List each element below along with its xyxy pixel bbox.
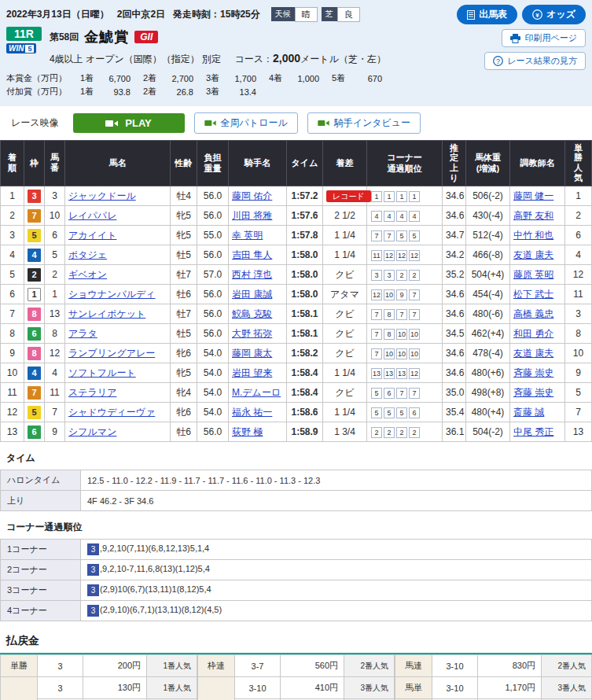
carried-weight-cell: 54.0: [197, 403, 229, 422]
video-camera-icon: [105, 120, 118, 127]
guide-button[interactable]: ? レース結果の見方: [484, 52, 586, 70]
prize-place-label: 1着: [80, 72, 102, 84]
last-3f-cell: 35.2: [443, 265, 466, 285]
horse-name-link[interactable]: ステラリア: [68, 387, 116, 398]
course-distance: 2,000: [273, 52, 300, 64]
horse-name-cell: シフルマン: [65, 422, 171, 442]
svg-text:?: ?: [496, 57, 500, 65]
horse-name-link[interactable]: シャドウディーヴァ: [68, 407, 155, 418]
trainer-name-link[interactable]: 友道 康夫: [513, 249, 553, 260]
horse-weight-cell: 480(+6): [466, 363, 510, 383]
bet-type-label: 馬連: [395, 655, 432, 677]
trainer-name-link[interactable]: 和田 勇介: [513, 328, 553, 339]
horse-name-link[interactable]: アラタ: [68, 328, 97, 339]
last-3f-cell: 34.6: [443, 206, 466, 226]
jockey-name-link[interactable]: 鮫島 克駿: [232, 308, 272, 319]
trainer-name-cell: 高橋 義忠: [510, 304, 565, 324]
horse-name-link[interactable]: ジャックドール: [68, 190, 136, 201]
trainer-name-link[interactable]: 斉藤 崇史: [513, 387, 553, 398]
jockey-name-link[interactable]: 岩田 望来: [232, 367, 272, 378]
jockey-name-link[interactable]: 西村 淳也: [232, 269, 272, 280]
final-time-cell: 1:58.4: [287, 363, 323, 383]
jockey-name-link[interactable]: 福永 祐一: [232, 407, 272, 418]
horse-weight-cell: 506(-2): [466, 186, 510, 206]
trainer-name-cell: 友道 康夫: [510, 245, 565, 265]
kv-row-label: ハロンタイム: [1, 470, 81, 491]
jockey-name-link[interactable]: 藤岡 康太: [232, 348, 272, 359]
horse-name-link[interactable]: ポタジェ: [68, 249, 107, 260]
horse-name-link[interactable]: シフルマン: [68, 426, 116, 437]
trainer-name-link[interactable]: 中竹 和也: [513, 230, 553, 241]
horse-name-link[interactable]: ショウナンバルディ: [68, 289, 156, 300]
jockey-name-link[interactable]: M.デムーロ: [232, 387, 281, 398]
jockey-name-link[interactable]: 幸 英明: [232, 230, 263, 241]
corner-position-box: 11: [371, 250, 382, 261]
kv-row-value: 3,9,2,10(7,11)(6,8,12,13)5,1,4: [81, 540, 592, 560]
trainer-name-link[interactable]: 中尾 秀正: [513, 426, 553, 437]
course-label: コース：: [234, 53, 273, 64]
jockey-name-link[interactable]: 藤岡 佑介: [232, 190, 272, 201]
horse-name-link[interactable]: レイパパレ: [68, 210, 116, 221]
trainer-name-cell: 松下 武士: [510, 285, 565, 304]
jockey-name-link[interactable]: 川田 将雅: [232, 210, 272, 221]
horse-number-cell: 10: [45, 206, 65, 226]
horse-number-cell: 11: [45, 383, 65, 403]
margin-cell: 1 1/4: [323, 363, 367, 383]
payout-row: 馬連3-10830円2番人気: [395, 655, 592, 677]
column-header-pos: 着順: [1, 141, 24, 186]
horse-name-link[interactable]: アカイイト: [68, 230, 116, 241]
corner-positions-cell: 7877: [367, 304, 443, 324]
race-name: 金鯱賞: [84, 28, 129, 46]
result-row: 445ポタジェ牡556.0吉田 隼人1:58.01 1/41112121234.…: [1, 245, 592, 265]
trainer-name-cell: 藤原 英昭: [510, 265, 565, 285]
frame-badge: 4: [28, 367, 41, 380]
trainer-name-link[interactable]: 高野 友和: [513, 210, 553, 221]
interview-button[interactable]: 騎手インタビュー: [307, 112, 421, 134]
prize-row-label: 付加賞（万円）: [6, 86, 80, 98]
trainer-name-link[interactable]: 友道 康夫: [513, 348, 553, 359]
horse-number-cell: 7: [45, 403, 65, 422]
horse-name-link[interactable]: ギベオン: [68, 269, 107, 280]
finish-position-cell: 3: [1, 226, 24, 245]
jockey-name-link[interactable]: 荻野 極: [232, 426, 263, 437]
patrol-button-label: 全周パトロール: [221, 116, 288, 130]
frame-badge: 7: [28, 209, 41, 223]
corner-position-box: 9: [396, 289, 407, 300]
payout-tables: 単勝3200円1番人気複勝3130円1番人気10190円3番人気6370円7番人…: [0, 654, 592, 700]
win-popularity-cell: 2: [565, 206, 592, 226]
kv-row-value: 4F 46.2 - 3F 34.6: [81, 491, 592, 511]
trainer-name-link[interactable]: 斉藤 崇史: [513, 367, 553, 378]
win-popularity-cell: 5: [565, 383, 592, 403]
corner-position-box: 2: [371, 427, 382, 438]
win-popularity-cell: 6: [565, 226, 592, 245]
frame-number-cell: 1: [24, 285, 45, 304]
jockey-name-link[interactable]: 大野 拓弥: [232, 328, 272, 339]
corner-positions-cell: 5677: [367, 383, 443, 403]
frame-badge: 5: [28, 406, 41, 419]
horse-name-link[interactable]: サンレイポケット: [68, 308, 145, 319]
prize-place-label: 3着: [206, 86, 228, 98]
odds-button[interactable]: ¥ オッズ: [522, 5, 586, 24]
trainer-name-cell: 高野 友和: [510, 206, 565, 226]
frame-badge: 6: [28, 426, 41, 439]
payout-row: 単勝3200円1番人気: [1, 655, 197, 677]
carried-weight-cell: 56.0: [197, 206, 229, 226]
play-button[interactable]: PLAY: [73, 113, 185, 133]
race-date: 2022年3月13日（日曜）: [6, 8, 109, 21]
jockey-name-link[interactable]: 岩田 康誠: [232, 289, 272, 300]
jockey-name-link[interactable]: 吉田 隼人: [232, 249, 272, 260]
corner-position-box: 8: [384, 309, 395, 320]
trainer-name-link[interactable]: 藤原 英昭: [513, 269, 553, 280]
jockey-name-cell: 藤岡 康太: [229, 344, 287, 363]
horse-name-link[interactable]: ランブリングアレー: [68, 348, 155, 359]
patrol-button[interactable]: 全周パトロール: [194, 112, 298, 134]
entries-button[interactable]: 出馬表: [457, 5, 517, 24]
trainer-name-link[interactable]: 斎藤 誠: [513, 407, 544, 418]
prize-value: 670: [354, 74, 395, 83]
trainer-name-link[interactable]: 松下 武士: [513, 289, 553, 300]
print-button[interactable]: 印刷用ページ: [502, 29, 586, 47]
trainer-name-link[interactable]: 高橋 義忠: [513, 308, 553, 319]
win-popularity-cell: 9: [565, 363, 592, 383]
trainer-name-link[interactable]: 藤岡 健一: [513, 190, 553, 201]
horse-name-link[interactable]: ソフトフルート: [68, 367, 136, 378]
